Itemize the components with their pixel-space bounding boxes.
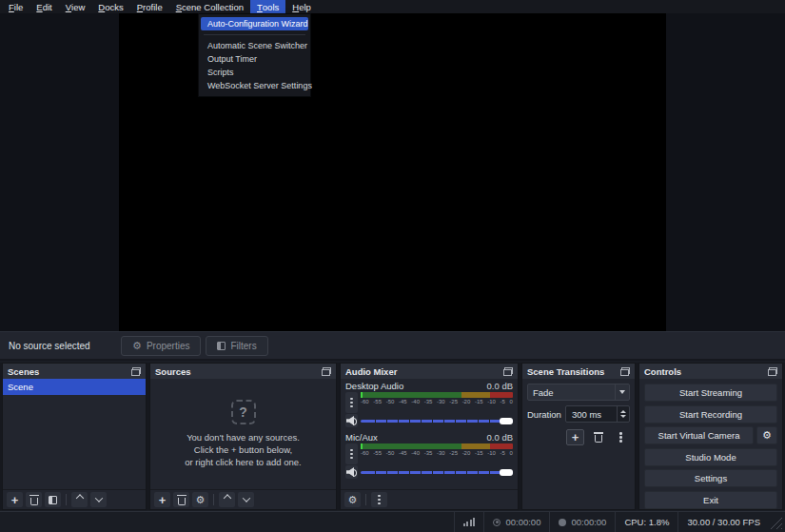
- mute-button[interactable]: [345, 414, 358, 427]
- duration-label: Duration: [527, 409, 561, 420]
- menu-scene-collection[interactable]: Scene Collection: [169, 0, 250, 13]
- scenes-panel: Scenes Scene +: [2, 363, 147, 510]
- audio-mixer-panel-header[interactable]: Audio Mixer: [341, 364, 518, 379]
- advanced-audio-icon: ⚙: [348, 495, 358, 505]
- sources-empty-state[interactable]: ? You don't have any sources. Click the …: [150, 379, 336, 489]
- channel-menu-button[interactable]: [345, 392, 358, 413]
- source-context-toolbar: No source selected ⚙ Properties Filters: [0, 331, 785, 361]
- start-virtual-camera-button[interactable]: Start Virtual Camera: [644, 426, 754, 444]
- gear-icon: ⚙: [762, 430, 772, 441]
- cpu-usage: CPU: 1.8%: [615, 512, 677, 532]
- trash-icon: [30, 498, 38, 505]
- transition-menu-button[interactable]: [612, 429, 630, 445]
- mute-button[interactable]: [345, 465, 358, 479]
- kebab-menu-icon: [350, 402, 353, 404]
- remove-transition-button[interactable]: [589, 429, 607, 445]
- sources-panel-header[interactable]: Sources: [150, 364, 336, 379]
- kebab-menu-icon: [350, 453, 353, 456]
- resize-grip[interactable]: [769, 516, 782, 529]
- advanced-audio-properties-button[interactable]: ⚙: [344, 492, 361, 507]
- controls-panel-header[interactable]: Controls: [639, 364, 782, 379]
- menu-item-automatic-scene-switcher[interactable]: Automatic Scene Switcher: [201, 39, 308, 52]
- kebab-menu-icon: [619, 436, 622, 439]
- menu-help[interactable]: Help: [285, 0, 318, 13]
- mixer-menu-button[interactable]: [371, 492, 387, 507]
- add-scene-button[interactable]: +: [7, 492, 23, 507]
- menu-file[interactable]: File: [2, 0, 29, 13]
- source-move-up-button[interactable]: [219, 492, 235, 507]
- source-properties-button[interactable]: ⚙: [192, 492, 208, 507]
- scene-move-up-button[interactable]: [71, 492, 88, 507]
- fps-indicator: 30.00 / 30.00 FPS: [677, 512, 769, 532]
- duration-spinbox[interactable]: 300 ms: [565, 405, 630, 423]
- menu-tools[interactable]: Tools: [250, 0, 285, 13]
- remove-source-button[interactable]: [173, 492, 189, 507]
- scene-list-item[interactable]: Scene: [3, 379, 146, 395]
- stream-status-icon: [493, 519, 500, 526]
- speaker-icon: [346, 416, 357, 425]
- volume-slider[interactable]: [361, 468, 513, 477]
- record-timer: 00:00:00: [549, 512, 615, 532]
- signal-bars-icon: [463, 518, 476, 526]
- toolbar-divider: [66, 494, 67, 505]
- volume-meter: [361, 443, 513, 449]
- volume-slider-handle[interactable]: [500, 469, 513, 476]
- volume-meter: [361, 392, 513, 398]
- source-move-down-button[interactable]: [238, 492, 254, 507]
- virtual-camera-settings-button[interactable]: ⚙: [756, 426, 777, 444]
- scenes-panel-header[interactable]: Scenes: [3, 364, 146, 379]
- meter-tick-labels: -60-55-50-45-40-35-30-25-20-15-10-50: [361, 398, 513, 405]
- popout-icon[interactable]: [620, 367, 630, 376]
- gear-icon: ⚙: [196, 495, 206, 505]
- menu-item-websocket-server-settings[interactable]: WebSocket Server Settings: [201, 79, 308, 92]
- menu-view[interactable]: View: [59, 0, 92, 13]
- channel-name: Mic/Aux: [345, 432, 378, 443]
- popout-icon[interactable]: [131, 367, 141, 376]
- menu-item-scripts[interactable]: Scripts: [201, 66, 308, 79]
- popout-icon[interactable]: [503, 367, 513, 376]
- studio-mode-button[interactable]: Studio Mode: [644, 448, 777, 466]
- volume-slider[interactable]: [361, 417, 513, 425]
- volume-slider-handle[interactable]: [500, 418, 513, 424]
- stream-timer: 00:00:00: [483, 512, 549, 532]
- remove-scene-button[interactable]: [26, 492, 42, 507]
- properties-button[interactable]: ⚙ Properties: [121, 336, 201, 356]
- settings-button[interactable]: Settings: [644, 469, 777, 487]
- menu-profile[interactable]: Profile: [130, 0, 169, 13]
- meter-tick-labels: -60-55-50-45-40-35-30-25-20-15-10-50: [361, 449, 513, 457]
- chevron-up-icon: [223, 494, 230, 502]
- start-streaming-button[interactable]: Start Streaming: [644, 384, 777, 402]
- audio-mixer-toolbar: ⚙: [341, 489, 518, 509]
- obs-main-window: File Edit View Docks Profile Scene Colle…: [0, 0, 785, 532]
- filters-button[interactable]: Filters: [206, 336, 267, 356]
- popout-icon[interactable]: [322, 367, 331, 376]
- preview-area: [0, 13, 785, 331]
- channel-menu-button[interactable]: [345, 443, 358, 464]
- start-recording-button[interactable]: Start Recording: [644, 405, 777, 424]
- menu-edit[interactable]: Edit: [29, 0, 58, 13]
- scene-move-down-button[interactable]: [90, 492, 107, 507]
- question-mark-icon: ?: [231, 400, 256, 424]
- plus-icon: +: [11, 494, 19, 506]
- menu-docks[interactable]: Docks: [91, 0, 129, 13]
- toolbar-divider: [213, 494, 214, 505]
- audio-mixer-panel: Audio Mixer Desktop Audio 0.0 dB: [340, 363, 519, 510]
- add-transition-button[interactable]: +: [566, 429, 584, 445]
- plus-icon: +: [572, 431, 579, 443]
- chevron-down-icon: [242, 494, 249, 502]
- add-source-button[interactable]: +: [154, 492, 170, 507]
- popout-icon[interactable]: [768, 367, 777, 376]
- spin-down-icon[interactable]: [620, 415, 626, 418]
- menubar: File Edit View Docks Profile Scene Colle…: [0, 0, 785, 13]
- menu-item-auto-configuration-wizard[interactable]: Auto-Configuration Wizard: [201, 17, 308, 30]
- channel-level-db: 0.0 dB: [487, 432, 513, 443]
- menu-item-output-timer[interactable]: Output Timer: [201, 52, 308, 66]
- stream-health-indicator: [454, 512, 484, 532]
- spin-up-icon[interactable]: [620, 410, 626, 413]
- record-status-icon: [559, 519, 566, 526]
- exit-button[interactable]: Exit: [644, 491, 777, 509]
- scene-filters-button[interactable]: [45, 492, 61, 507]
- scene-transitions-panel: Scene Transitions Fade Duration 300 ms: [521, 363, 636, 510]
- transition-select[interactable]: Fade: [527, 384, 630, 401]
- scene-transitions-panel-header[interactable]: Scene Transitions: [522, 364, 635, 379]
